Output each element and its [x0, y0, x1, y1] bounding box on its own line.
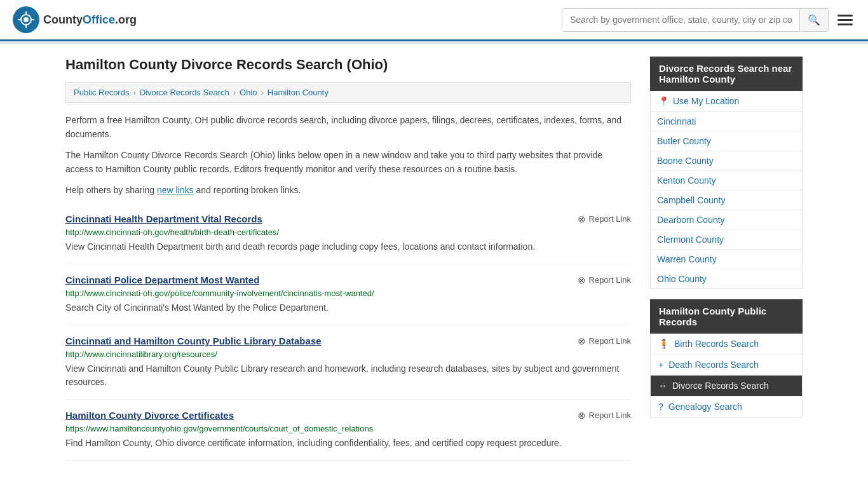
record-url[interactable]: http://www.cincinnatilibrary.org/resourc… [65, 349, 631, 359]
nearby-item[interactable]: Campbell County [651, 191, 802, 210]
description-2: The Hamilton County Divorce Records Sear… [65, 148, 631, 177]
search-bar: 🔍 [562, 8, 829, 32]
breadcrumb-sep-3: › [261, 88, 263, 97]
record-card: Cincinnati Health Department Vital Recor… [65, 203, 631, 264]
use-location-link[interactable]: 📍 Use My Location [651, 91, 802, 112]
report-icon: ⊗ [578, 214, 586, 225]
report-link[interactable]: ⊗ Report Link [578, 214, 631, 225]
pr-item[interactable]: 🧍Birth Records Search [651, 334, 802, 355]
nearby-list: 📍 Use My Location CincinnatiButler Count… [650, 91, 803, 289]
logo-office: Office [83, 13, 115, 26]
new-links-link[interactable]: new links [157, 185, 194, 195]
record-url[interactable]: https://www.hamiltoncountyohio.gov/gover… [65, 424, 631, 433]
content-area: Hamilton County Divorce Records Search (… [65, 57, 631, 461]
menu-button[interactable] [835, 12, 855, 28]
nearby-items: CincinnatiButler CountyBoone CountyKento… [651, 112, 802, 288]
question-icon: ? [658, 402, 663, 412]
nearby-item[interactable]: Clermont County [651, 230, 802, 250]
header-right: 🔍 [562, 8, 855, 32]
record-title[interactable]: Hamilton County Divorce Certificates [65, 410, 234, 421]
pr-label: Genealogy Search [668, 402, 742, 412]
header: CountyOffice.org 🔍 [0, 0, 868, 41]
record-description: View Cincinnati Health Department birth … [65, 240, 631, 254]
sidebar: Divorce Records Search near Hamilton Cou… [650, 57, 803, 461]
public-records-section: Hamilton County Public Records 🧍Birth Re… [650, 299, 803, 417]
record-title[interactable]: Cincinnati and Hamilton County Public Li… [65, 336, 322, 346]
breadcrumb-sep-2: › [233, 88, 236, 97]
public-records-list: 🧍Birth Records Search+Death Records Sear… [650, 334, 803, 417]
pr-label: Birth Records Search [674, 339, 759, 349]
record-description: View Cincinnati and Hamilton County Publ… [65, 362, 631, 389]
record-card: Hamilton County Divorce Certificates ⊗ R… [65, 400, 631, 461]
logo-area: CountyOffice.org [13, 6, 137, 33]
nearby-item[interactable]: Dearborn County [651, 210, 802, 230]
nearby-item[interactable]: Boone County [651, 151, 802, 171]
search-button[interactable]: 🔍 [799, 9, 828, 31]
pr-item[interactable]: ?Genealogy Search [651, 396, 802, 417]
nearby-item[interactable]: Warren County [651, 250, 802, 269]
report-label: Report Link [589, 275, 631, 285]
report-icon: ⊗ [578, 274, 586, 286]
record-url[interactable]: http://www.cincinnati-oh.gov/police/comm… [65, 288, 631, 298]
logo-text: CountyOffice.org [43, 13, 137, 27]
record-card: Cincinnati Police Department Most Wanted… [65, 264, 631, 325]
nearby-item[interactable]: Kenton County [651, 171, 802, 191]
svg-point-2 [24, 17, 29, 22]
description-3-post: and reporting broken links. [194, 185, 301, 195]
nearby-item[interactable]: Cincinnati [651, 112, 802, 132]
record-card-header: Cincinnati and Hamilton County Public Li… [65, 336, 631, 347]
nearby-section: Divorce Records Search near Hamilton Cou… [650, 57, 803, 289]
pr-label: Death Records Search [668, 360, 759, 370]
report-label: Report Link [589, 410, 631, 420]
public-records-title: Hamilton County Public Records [650, 299, 803, 334]
nearby-title: Divorce Records Search near Hamilton Cou… [650, 57, 803, 91]
location-icon: 📍 [658, 96, 669, 106]
logo-icon [13, 6, 39, 33]
breadcrumb-hamilton-county[interactable]: Hamilton County [268, 88, 329, 97]
cross-icon: + [658, 360, 663, 370]
description-1: Perform a free Hamilton County, OH publi… [65, 113, 631, 142]
report-link[interactable]: ⊗ Report Link [578, 274, 631, 286]
report-link[interactable]: ⊗ Report Link [578, 336, 631, 347]
record-description: Search City of Cincinnati's Most Wanted … [65, 301, 631, 315]
record-description: Find Hamilton County, Ohio divorce certi… [65, 437, 631, 450]
record-url[interactable]: http://www.cincinnati-oh.gov/health/birt… [65, 227, 631, 237]
pr-item[interactable]: ↔Divorce Records Search [651, 376, 802, 396]
record-card-header: Hamilton County Divorce Certificates ⊗ R… [65, 410, 631, 421]
record-card-header: Cincinnati Police Department Most Wanted… [65, 274, 631, 286]
arrows-icon: ↔ [658, 381, 667, 391]
report-icon: ⊗ [578, 410, 586, 421]
search-input[interactable] [562, 10, 799, 30]
logo-suffix: .org [115, 13, 137, 26]
report-icon: ⊗ [578, 336, 586, 347]
report-label: Report Link [589, 214, 631, 224]
description-3: Help others by sharing new links and rep… [65, 183, 631, 197]
breadcrumb: Public Records › Divorce Records Search … [65, 82, 631, 103]
menu-line-2 [837, 19, 853, 21]
record-list: Cincinnati Health Department Vital Recor… [65, 203, 631, 461]
menu-line-1 [837, 15, 853, 17]
nearby-item[interactable]: Ohio County [651, 269, 802, 288]
breadcrumb-sep-1: › [133, 88, 135, 97]
main-container: Hamilton County Divorce Records Search (… [53, 44, 815, 473]
pr-item[interactable]: +Death Records Search [651, 355, 802, 376]
breadcrumb-ohio[interactable]: Ohio [240, 88, 257, 97]
record-card: Cincinnati and Hamilton County Public Li… [65, 325, 631, 400]
report-link[interactable]: ⊗ Report Link [578, 410, 631, 421]
nearby-item[interactable]: Butler County [651, 132, 802, 151]
breadcrumb-divorce-records[interactable]: Divorce Records Search [140, 88, 229, 97]
record-title[interactable]: Cincinnati Health Department Vital Recor… [65, 214, 262, 224]
breadcrumb-public-records[interactable]: Public Records [74, 88, 129, 97]
menu-line-3 [837, 24, 853, 25]
use-location-label: Use My Location [673, 96, 739, 106]
record-title[interactable]: Cincinnati Police Department Most Wanted [65, 274, 259, 285]
description-3-pre: Help others by sharing [65, 185, 157, 195]
record-card-header: Cincinnati Health Department Vital Recor… [65, 214, 631, 225]
page-title: Hamilton County Divorce Records Search (… [65, 57, 631, 73]
person-icon: 🧍 [658, 339, 669, 349]
report-label: Report Link [589, 336, 631, 346]
pr-label: Divorce Records Search [672, 381, 769, 391]
